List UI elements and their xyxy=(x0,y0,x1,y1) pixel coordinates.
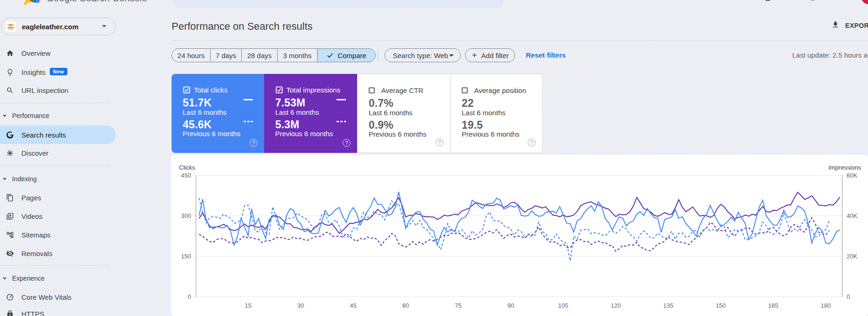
svg-text:20K: 20K xyxy=(847,253,857,260)
svg-text:Impressions: Impressions xyxy=(828,164,861,171)
svg-text:75: 75 xyxy=(455,302,461,309)
svg-text:300: 300 xyxy=(181,212,191,219)
svg-text:15: 15 xyxy=(245,302,252,309)
svg-text:120: 120 xyxy=(611,302,621,309)
svg-text:105: 105 xyxy=(558,302,569,309)
svg-text:135: 135 xyxy=(663,302,674,309)
svg-text:150: 150 xyxy=(716,302,726,309)
svg-text:60K: 60K xyxy=(847,172,857,179)
svg-text:0: 0 xyxy=(188,293,191,300)
svg-text:0: 0 xyxy=(847,293,850,300)
svg-text:45: 45 xyxy=(350,302,356,309)
svg-text:30: 30 xyxy=(297,302,304,309)
svg-text:165: 165 xyxy=(768,302,778,309)
svg-text:40K: 40K xyxy=(847,212,857,219)
svg-text:150: 150 xyxy=(181,253,191,260)
svg-text:450: 450 xyxy=(181,172,191,179)
svg-text:90: 90 xyxy=(507,302,514,309)
svg-text:Clicks: Clicks xyxy=(179,164,195,171)
svg-text:180: 180 xyxy=(821,302,831,309)
svg-text:60: 60 xyxy=(402,302,409,309)
